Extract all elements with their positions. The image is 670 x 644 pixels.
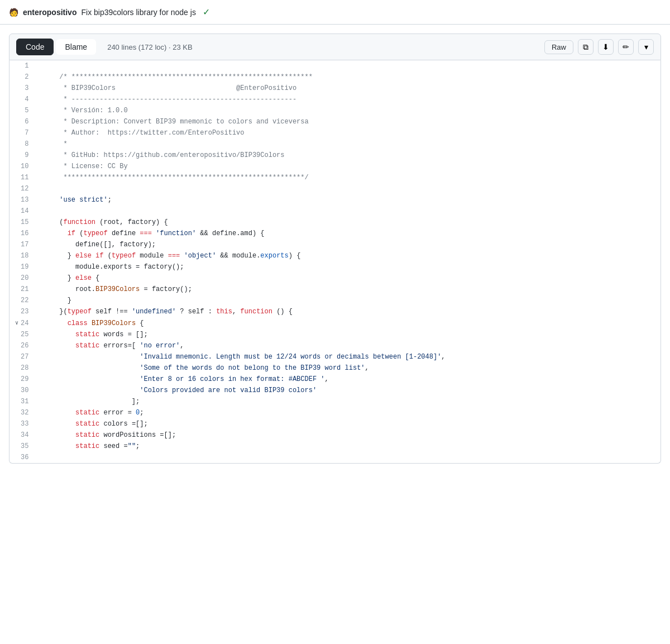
line-number: 19 — [9, 261, 34, 273]
commit-bar: 🧑 enteropositivo Fix bip39colors library… — [0, 0, 670, 25]
table-row: 22 } — [9, 295, 661, 306]
code-line: if (typeof define === 'function' && defi… — [34, 228, 661, 239]
code-line: } — [34, 295, 661, 306]
code-line: static colors =[]; — [34, 418, 661, 430]
line-number: 17 — [9, 239, 34, 250]
code-line: 'Invalid mnemonic. Length must be 12/24 … — [34, 351, 661, 362]
table-row: 15 (function (root, factory) { — [9, 217, 661, 228]
table-row: 36 — [9, 452, 661, 463]
code-line: define([], factory); — [34, 239, 661, 250]
line-number: 27 — [9, 351, 34, 362]
commit-message: Fix bip39colors library for node js — [81, 8, 195, 17]
line-number: 4 — [9, 94, 34, 105]
table-row: 26 static errors=[ 'no error', — [9, 340, 661, 351]
line-number: 18 — [9, 250, 34, 261]
code-line — [34, 60, 661, 71]
code-line: root.BIP39Colors = factory(); — [34, 284, 661, 295]
expand-icon[interactable]: ∨ — [15, 318, 18, 329]
download-icon: ⬇ — [602, 42, 609, 51]
file-meta: 240 lines (172 loc) · 23 KB — [107, 43, 192, 51]
table-row: 3 * BIP39Colors @EnteroPositivo — [9, 83, 661, 94]
code-line: static seed =""; — [34, 441, 661, 452]
line-number: 2 — [9, 71, 34, 83]
line-number: 14 — [9, 206, 34, 217]
code-line: * Versión: 1.0.0 — [34, 105, 661, 116]
code-container: 1 2 /* *********************************… — [9, 60, 661, 464]
edit-icon: ✏ — [623, 42, 629, 51]
code-line: /* *************************************… — [34, 71, 661, 83]
download-button[interactable]: ⬇ — [598, 39, 614, 55]
code-table: 1 2 /* *********************************… — [9, 60, 661, 463]
line-number: 7 — [9, 127, 34, 139]
table-row: 5 * Versión: 1.0.0 — [9, 105, 661, 116]
line-number: 5 — [9, 105, 34, 116]
table-row: 34 static wordPositions =[]; — [9, 430, 661, 441]
code-line: } else if (typeof module === 'object' &&… — [34, 250, 661, 261]
table-row: 33 static colors =[]; — [9, 418, 661, 430]
tab-blame[interactable]: Blame — [56, 39, 96, 55]
line-number: 6 — [9, 116, 34, 127]
line-number: 31 — [9, 396, 34, 407]
line-number: ∨24 — [9, 317, 34, 329]
code-line: static error = 0; — [34, 407, 661, 418]
code-line: * --------------------------------------… — [34, 94, 661, 105]
line-number: 12 — [9, 183, 34, 194]
table-row: 12 — [9, 183, 661, 194]
file-actions: Raw ⧉ ⬇ ✏ ▾ — [544, 39, 654, 55]
chevron-down-icon: ▾ — [644, 42, 648, 51]
code-line: static errors=[ 'no error', — [34, 340, 661, 351]
line-number: 15 — [9, 217, 34, 228]
table-row: 11 *************************************… — [9, 172, 661, 183]
table-row: 18 } else if (typeof module === 'object'… — [9, 250, 661, 261]
table-row: 20 } else { — [9, 273, 661, 284]
table-row: 32 static error = 0; — [9, 407, 661, 418]
code-line: * Description: Convert BIP39 mnemonic to… — [34, 116, 661, 127]
table-row: 14 — [9, 206, 661, 217]
raw-button[interactable]: Raw — [544, 40, 573, 54]
line-number: 23 — [9, 306, 34, 317]
table-row: 16 if (typeof define === 'function' && d… — [9, 228, 661, 239]
code-line: * License: CC By — [34, 161, 661, 172]
copy-button[interactable]: ⧉ — [578, 39, 594, 55]
code-line: ]; — [34, 396, 661, 407]
line-number: 26 — [9, 340, 34, 351]
table-row: 23 }(typeof self !== 'undefined' ? self … — [9, 306, 661, 317]
line-number: 22 — [9, 295, 34, 306]
table-row: 28 'Some of the words do not belong to t… — [9, 362, 661, 374]
code-line: * GitHub: https://github.com/enteroposit… — [34, 150, 661, 161]
code-line: 'Enter 8 or 16 colors in hex format: #AB… — [34, 374, 661, 385]
table-row: 2 /* ***********************************… — [9, 71, 661, 83]
line-number: 34 — [9, 430, 34, 441]
table-row: 6 * Description: Convert BIP39 mnemonic … — [9, 116, 661, 127]
code-line: ****************************************… — [34, 172, 661, 183]
code-line: * BIP39Colors @EnteroPositivo — [34, 83, 661, 94]
code-line: 'Some of the words do not belong to the … — [34, 362, 661, 374]
table-row: 17 define([], factory); — [9, 239, 661, 250]
tab-code[interactable]: Code — [16, 39, 54, 55]
code-line: 'Colors provided are not valid BIP39 col… — [34, 385, 661, 396]
copy-icon: ⧉ — [583, 42, 588, 52]
commit-author[interactable]: enteropositivo — [23, 8, 76, 17]
table-row: 35 static seed =""; — [9, 441, 661, 452]
table-row: 13 'use strict'; — [9, 194, 661, 206]
code-line: }(typeof self !== 'undefined' ? self : t… — [34, 306, 661, 317]
table-row: 21 root.BIP39Colors = factory(); — [9, 284, 661, 295]
line-number: 29 — [9, 374, 34, 385]
code-line: static wordPositions =[]; — [34, 430, 661, 441]
code-line: * Author: https://twitter.com/EnteroPosi… — [34, 127, 661, 139]
line-number: 25 — [9, 329, 34, 340]
code-line: static words = []; — [34, 329, 661, 340]
more-button[interactable]: ▾ — [638, 39, 654, 55]
line-number: 36 — [9, 452, 34, 463]
table-row: 19 module.exports = factory(); — [9, 261, 661, 273]
code-line: 'use strict'; — [34, 194, 661, 206]
code-line: module.exports = factory(); — [34, 261, 661, 273]
line-number: 1 — [9, 60, 34, 71]
table-row: 4 * ------------------------------------… — [9, 94, 661, 105]
line-number: 10 — [9, 161, 34, 172]
line-number: 32 — [9, 407, 34, 418]
edit-button[interactable]: ✏ — [618, 39, 634, 55]
table-row: 27 'Invalid mnemonic. Length must be 12/… — [9, 351, 661, 362]
line-number: 8 — [9, 139, 34, 150]
line-number: 16 — [9, 228, 34, 239]
